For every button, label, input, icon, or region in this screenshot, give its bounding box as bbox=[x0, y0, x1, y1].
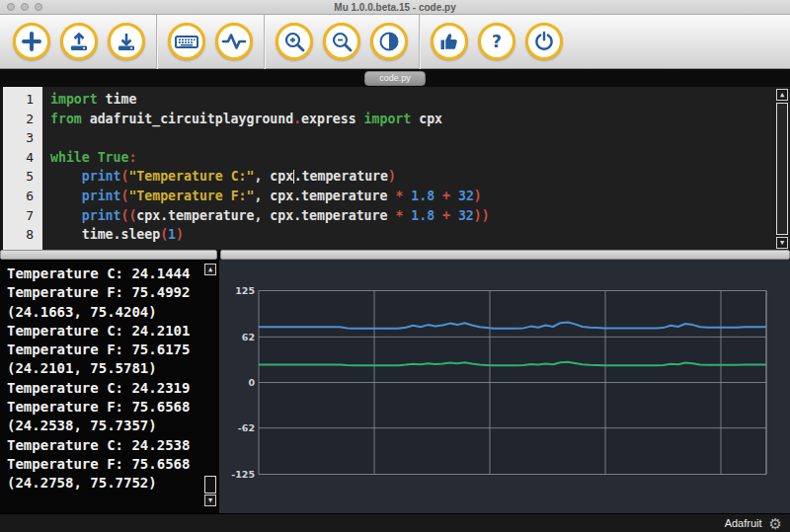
zoom-in-button[interactable] bbox=[276, 23, 313, 60]
new-button[interactable] bbox=[13, 23, 50, 60]
contrast-icon bbox=[377, 30, 401, 53]
zoom-out-button[interactable] bbox=[323, 23, 360, 60]
zoom-out-icon bbox=[330, 30, 354, 53]
code-line-7[interactable]: print((cpx.temperature, cpx.temperature … bbox=[50, 206, 790, 226]
check-button[interactable] bbox=[431, 23, 468, 60]
code-token: ) bbox=[474, 189, 482, 203]
console-line: Temperature F: 75.6568 bbox=[7, 398, 219, 417]
console-line: Temperature F: 75.6175 bbox=[7, 341, 219, 359]
line-number: 4 bbox=[3, 148, 42, 168]
code-token: . bbox=[293, 112, 301, 126]
code-area[interactable]: import timefrom adafruit_circuitplaygrou… bbox=[42, 87, 790, 250]
code-line-4[interactable]: while True: bbox=[50, 148, 790, 168]
adafruit-mode-label: Adafruit bbox=[725, 517, 762, 529]
code-token: , cpx.temperature bbox=[254, 189, 395, 203]
svg-text:?: ? bbox=[492, 32, 502, 51]
line-number: 8 bbox=[3, 225, 42, 245]
code-token: ( bbox=[160, 227, 168, 242]
code-line-6[interactable]: print("Temperature F:", cpx.temperature … bbox=[50, 187, 790, 206]
y-tick-label: -62 bbox=[238, 422, 255, 433]
code-token: import bbox=[356, 112, 412, 126]
console-line: Temperature C: 24.2101 bbox=[7, 322, 219, 341]
tab-codepy[interactable]: code.py bbox=[364, 71, 426, 86]
code-token: + bbox=[434, 189, 450, 203]
thumbs-up-icon bbox=[437, 30, 461, 53]
title-bar: Mu 1.0.0.beta.15 - code.py bbox=[0, 0, 790, 15]
plotter-button[interactable] bbox=[215, 23, 253, 60]
waveform-icon bbox=[221, 30, 247, 53]
code-token: import bbox=[50, 92, 98, 107]
editor-scrollbar-thumb[interactable] bbox=[776, 103, 788, 235]
plotter-pane: 125620-62-125 bbox=[219, 260, 790, 513]
code-token: )) bbox=[474, 208, 490, 223]
question-icon: ? bbox=[485, 30, 509, 53]
window-title: Mu 1.0.0.beta.15 - code.py bbox=[0, 2, 790, 13]
splitter-left-segment[interactable] bbox=[0, 250, 217, 260]
code-token: 1.8 bbox=[403, 189, 434, 203]
code-token: True bbox=[90, 150, 129, 165]
code-token: 1.8 bbox=[403, 208, 434, 223]
console-lines: Temperature C: 24.1444Temperature F: 75.… bbox=[7, 265, 219, 494]
console-line: (24.2538, 75.7357) bbox=[7, 417, 219, 435]
code-token: 1 bbox=[168, 227, 176, 242]
mu-editor-window: Mu 1.0.0.beta.15 - code.py ? code.py 123… bbox=[0, 0, 790, 532]
serial-button[interactable] bbox=[168, 23, 205, 60]
code-line-8[interactable]: time.sleep(1) bbox=[50, 225, 790, 245]
serial-console[interactable]: Temperature C: 24.1444Temperature F: 75.… bbox=[0, 260, 219, 513]
code-editor[interactable]: 12345678 import timefrom adafruit_circui… bbox=[0, 87, 790, 250]
pane-splitter[interactable] bbox=[0, 250, 790, 260]
load-button[interactable] bbox=[60, 23, 98, 60]
code-token: .temperature bbox=[294, 169, 388, 184]
y-tick-label: 0 bbox=[248, 377, 255, 388]
code-line-3[interactable] bbox=[50, 128, 790, 148]
upload-icon bbox=[67, 30, 91, 53]
save-button[interactable] bbox=[108, 23, 145, 60]
code-token: 32 bbox=[450, 189, 474, 203]
line-number: 1 bbox=[3, 90, 42, 110]
code-token bbox=[50, 208, 82, 223]
line-number-gutter: 12345678 bbox=[0, 87, 42, 250]
power-icon bbox=[532, 30, 556, 53]
splitter-right-segment[interactable] bbox=[220, 250, 790, 260]
code-token: express bbox=[301, 112, 356, 126]
gear-icon[interactable]: ⚙ bbox=[769, 516, 782, 531]
plotter-chart: 125620-62-125 bbox=[219, 260, 790, 513]
plus-icon bbox=[20, 30, 43, 53]
scroll-up-icon[interactable]: ▲ bbox=[776, 89, 788, 101]
console-scrollbar-thumb[interactable] bbox=[204, 476, 216, 494]
console-scroll-down-icon[interactable]: ▼ bbox=[204, 494, 216, 506]
help-button[interactable]: ? bbox=[478, 23, 515, 60]
y-tick-label: -125 bbox=[231, 469, 255, 480]
zoom-in-icon bbox=[282, 30, 306, 53]
code-token: 32 bbox=[450, 208, 474, 223]
line-number: 3 bbox=[3, 128, 42, 148]
code-token: "Temperature F:" bbox=[128, 189, 254, 203]
code-token: while bbox=[50, 150, 90, 165]
console-line: (24.2758, 75.7752) bbox=[7, 474, 219, 493]
console-line: Temperature F: 75.4992 bbox=[7, 283, 219, 302]
code-line-2[interactable]: from adafruit_circuitplayground.express … bbox=[50, 110, 790, 129]
editor-scrollbar[interactable]: ▲ ▼ bbox=[776, 87, 789, 250]
code-token bbox=[50, 169, 82, 184]
code-line-1[interactable]: import time bbox=[50, 90, 790, 110]
quit-button[interactable] bbox=[525, 23, 563, 60]
line-number: 6 bbox=[3, 187, 42, 206]
scroll-down-icon[interactable]: ▼ bbox=[776, 237, 788, 249]
code-token: ) bbox=[176, 227, 184, 242]
toolbar-separator bbox=[264, 15, 265, 69]
code-token: cpx.temperature, cpx.temperature bbox=[136, 208, 395, 223]
console-line: Temperature C: 24.1444 bbox=[7, 265, 219, 283]
code-token: print bbox=[82, 169, 121, 184]
code-token: ) bbox=[388, 169, 396, 184]
theme-button[interactable] bbox=[370, 23, 408, 60]
code-line-5[interactable]: print("Temperature C:", cpx.temperature) bbox=[50, 167, 790, 187]
code-token: print bbox=[82, 189, 121, 203]
toolbar: ? bbox=[0, 15, 790, 69]
y-tick-label: 125 bbox=[235, 285, 255, 296]
code-token: from bbox=[50, 112, 82, 126]
code-token: time.sleep bbox=[50, 227, 160, 242]
console-scroll-up-icon[interactable]: ▲ bbox=[204, 264, 216, 275]
y-tick-label: 62 bbox=[242, 332, 255, 342]
console-line: Temperature F: 75.6568 bbox=[7, 455, 219, 474]
toolbar-separator bbox=[419, 15, 420, 69]
